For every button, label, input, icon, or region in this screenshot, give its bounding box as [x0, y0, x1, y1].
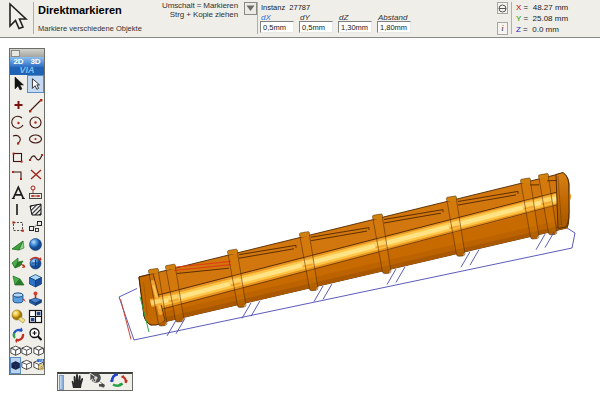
svg-text:♻: ♻ — [39, 366, 43, 370]
